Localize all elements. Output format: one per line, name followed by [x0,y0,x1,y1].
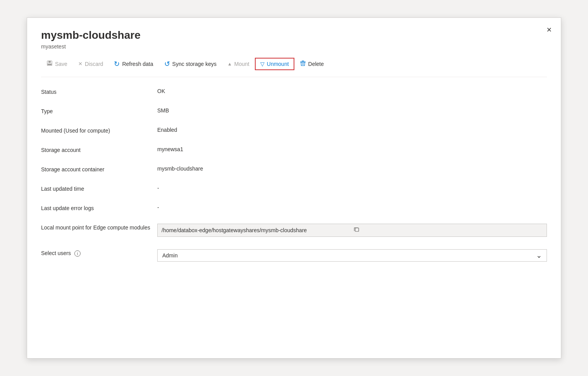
field-label: Mounted (Used for compute) [41,127,157,134]
field-value: SMB [157,107,547,114]
content-area: StatusOKTypeSMBMounted (Used for compute… [41,88,547,262]
field-row: StatusOK [41,88,547,95]
unmount-button[interactable]: ▽ Unmount [255,58,294,70]
field-label: Type [41,107,157,114]
field-row: Select users iAdmin⌄ [41,249,547,262]
field-row: Storage account containermysmb-cloudshar… [41,166,547,172]
svg-rect-4 [302,61,304,62]
field-row: Mounted (Used for compute)Enabled [41,127,547,134]
field-row: Last update error logs- [41,204,547,211]
field-label: Select users i [41,249,157,257]
mount-icon: ▲ [227,61,232,67]
field-label: Last updated time [41,185,157,192]
delete-icon [300,60,306,67]
svg-rect-1 [48,61,51,63]
save-label: Save [55,61,67,67]
mount-path-input: /home/databox-edge/hostgatewayshares/mys… [157,224,547,237]
users-select[interactable]: Admin⌄ [157,249,547,262]
delete-label: Delete [308,61,324,67]
field-value: - [157,185,547,191]
sync-button[interactable]: ↺ Sync storage keys [159,57,222,71]
sync-label: Sync storage keys [172,61,217,67]
field-value: mysmb-cloudshare [157,166,547,172]
field-row: TypeSMB [41,107,547,114]
delete-button[interactable]: Delete [294,57,329,71]
detail-panel: × mysmb-cloudshare myasetest Save ✕ Disc… [27,17,561,359]
unmount-icon: ▽ [260,61,265,67]
save-button[interactable]: Save [41,57,73,71]
discard-label: Discard [85,61,103,67]
svg-rect-7 [355,228,359,231]
mount-button[interactable]: ▲ Mount [222,58,255,70]
field-select[interactable]: Admin⌄ [157,249,547,262]
save-icon [46,60,53,68]
close-button[interactable]: × [547,26,552,34]
discard-button[interactable]: ✕ Discard [73,58,108,70]
toolbar: Save ✕ Discard ↻ Refresh data ↺ Sync sto… [41,57,547,77]
refresh-label: Refresh data [122,61,153,67]
select-value: Admin [162,252,178,259]
panel-subtitle: myasetest [41,43,547,50]
field-label: Last update error logs [41,204,157,211]
field-label: Storage account [41,146,157,153]
chevron-down-icon: ⌄ [536,252,542,259]
svg-rect-2 [48,64,52,65]
field-copybox: /home/databox-edge/hostgatewayshares/mys… [157,224,547,237]
mount-path-value: /home/databox-edge/hostgatewayshares/mys… [162,227,351,233]
sync-icon: ↺ [164,60,170,68]
field-label: Status [41,88,157,95]
field-row: Last updated time- [41,185,547,192]
copy-button[interactable] [354,226,543,234]
discard-icon: ✕ [78,61,83,67]
refresh-icon: ↻ [114,60,120,68]
field-row: Storage accountmynewsa1 [41,146,547,153]
panel-title: mysmb-cloudshare [41,29,547,42]
unmount-label: Unmount [267,61,289,67]
field-value: mynewsa1 [157,146,547,152]
refresh-button[interactable]: ↻ Refresh data [108,57,158,71]
field-label: Local mount point for Edge compute modul… [41,224,157,231]
field-row: Local mount point for Edge compute modul… [41,224,547,237]
field-value: OK [157,88,547,94]
mount-label: Mount [234,61,249,67]
field-value: - [157,204,547,210]
info-icon[interactable]: i [74,250,81,257]
field-label: Storage account container [41,166,157,172]
field-value: Enabled [157,127,547,133]
